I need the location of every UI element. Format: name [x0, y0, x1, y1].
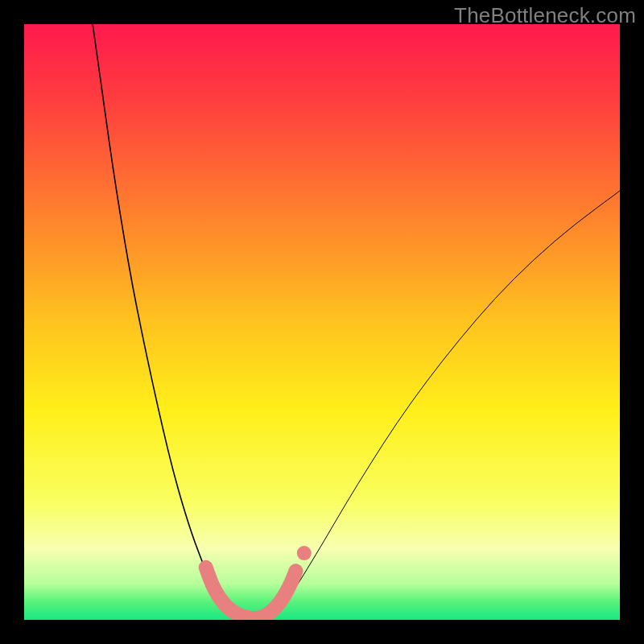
watermark-text: TheBottleneck.com [454, 3, 636, 28]
series-detached-dot [297, 546, 312, 560]
plot-area [24, 24, 620, 620]
heat-background [24, 24, 620, 620]
chart-svg [24, 24, 620, 620]
chart-frame: TheBottleneck.com [0, 0, 644, 644]
